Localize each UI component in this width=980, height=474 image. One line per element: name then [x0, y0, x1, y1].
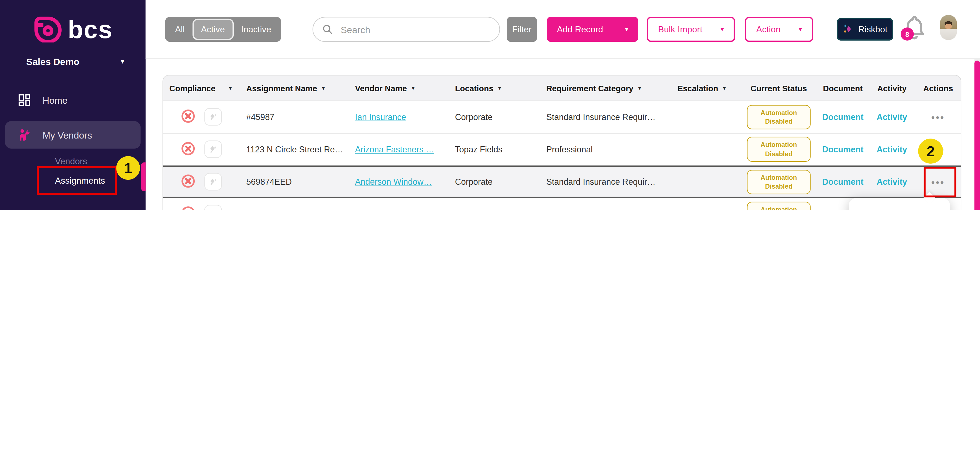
table-header-row: Compliance▼Assignment Name▼Vendor Name▼L…: [163, 75, 961, 101]
requirement-category: Standard Insurance Requir…: [546, 209, 655, 210]
sort-arrow-icon[interactable]: ▼: [722, 85, 727, 91]
notifications-button[interactable]: 8: [903, 14, 928, 44]
chevron-down-icon: ▼: [119, 58, 126, 65]
activity-link[interactable]: Activity: [877, 112, 907, 122]
activity-link[interactable]: Activity: [877, 177, 907, 187]
riskbot-label: Riskbot: [858, 24, 887, 34]
column-header-label: Vendor Name: [355, 83, 407, 93]
app-window: bcs Sales Demo ▼ Home My Vendors: [0, 0, 980, 210]
column-header-document[interactable]: Document: [816, 83, 869, 93]
annotation-box-row-actions: [924, 167, 956, 197]
sidebar-item-label: My Vendors: [43, 130, 92, 140]
pin-button[interactable]: [204, 205, 222, 210]
assignment-name-cell: additional requirement: [238, 209, 351, 210]
vendor-link[interactable]: Arizona Fasteners …: [355, 145, 434, 154]
column-header-label: Assignment Name: [246, 83, 317, 93]
bulk-import-button[interactable]: Bulk Import ▼: [647, 17, 735, 42]
chevron-down-icon: ▼: [719, 26, 725, 33]
brand-wordmark: bcs: [68, 17, 113, 42]
table-row: additional requirementBills Pest Control…: [163, 198, 961, 210]
activity-cell: Activity: [869, 177, 915, 187]
requirement-category: Standard Insurance Requir…: [546, 112, 655, 122]
column-header-vendor-name[interactable]: Vendor Name▼: [351, 83, 447, 93]
filter-option-inactive[interactable]: Inactive: [234, 17, 278, 42]
sort-arrow-icon[interactable]: ▼: [321, 85, 326, 91]
sparkles-icon: [843, 24, 854, 35]
add-record-button[interactable]: Add Record ▼: [547, 17, 638, 42]
vendor-link[interactable]: Anderson Window…: [355, 177, 432, 187]
sidebar-item-my-vendors[interactable]: My Vendors: [0, 122, 145, 147]
account-switcher[interactable]: Sales Demo ▼: [0, 56, 145, 67]
vertical-scrollbar-thumb[interactable]: [974, 60, 980, 210]
assignment-name-cell: #45987: [238, 112, 351, 122]
column-header-actions[interactable]: Actions: [915, 83, 961, 93]
sidebar-item-my-tenants[interactable]: My Tenants: [0, 205, 145, 210]
status-badge: Automation Disabled: [747, 170, 810, 194]
vendor-link[interactable]: Bills Pest Control: [355, 209, 419, 210]
sort-arrow-icon[interactable]: ▼: [411, 85, 416, 91]
non-compliant-icon[interactable]: [181, 109, 196, 126]
vendor-link[interactable]: Ian Insurance: [355, 112, 406, 122]
assignment-name-cell: 1123 N Circle Street Re…: [238, 145, 351, 154]
column-header-label: Activity: [877, 83, 907, 93]
filter-button[interactable]: Filter: [507, 17, 537, 42]
vendor-name-cell: Bills Pest Control: [351, 209, 447, 210]
status-filter-segmented: All Active Inactive: [165, 17, 281, 42]
column-header-escalation[interactable]: Escalation▼: [673, 83, 741, 93]
requirement-category-cell: Professional: [541, 145, 673, 154]
document-cell: Document: [816, 112, 869, 122]
annotation-step-2: 2: [918, 138, 943, 164]
assignments-table: Compliance▼Assignment Name▼Vendor Name▼L…: [162, 75, 961, 210]
column-header-assignment-name[interactable]: Assignment Name▼: [238, 83, 351, 93]
non-compliant-icon[interactable]: [181, 205, 196, 210]
action-button[interactable]: Action ▼: [745, 17, 813, 42]
document-link[interactable]: Document: [822, 177, 863, 187]
add-record-label: Add Record: [557, 24, 603, 34]
user-avatar[interactable]: [940, 15, 957, 40]
status-badge: Automation Disabled: [747, 137, 810, 162]
current-status-cell: Automation Disabled: [741, 170, 816, 194]
locations-cell: Corporate: [447, 209, 541, 210]
location-name: Corporate: [455, 177, 493, 187]
column-header-activity[interactable]: Activity: [869, 83, 915, 93]
compliance-cell: [163, 205, 238, 210]
column-header-locations[interactable]: Locations▼: [447, 83, 541, 93]
compliance-cell: [163, 140, 238, 158]
actions-cell: •••: [915, 112, 961, 122]
column-header-current-status[interactable]: Current Status: [741, 83, 816, 93]
filter-option-all[interactable]: All: [168, 17, 192, 42]
column-header-label: Escalation: [678, 83, 718, 93]
requirement-category: Standard Insurance Requir…: [546, 177, 655, 187]
column-header-requirement-category[interactable]: Requirement Category▼: [541, 83, 673, 93]
vendor-wrench-icon: [16, 128, 33, 142]
annotation-step-1: 1: [116, 156, 140, 180]
assignment-name: 569874EED: [246, 177, 292, 187]
requirement-category: Professional: [546, 145, 593, 154]
document-link[interactable]: Document: [822, 145, 863, 154]
pin-button[interactable]: [204, 173, 222, 191]
sidebar-item-home[interactable]: Home: [0, 87, 145, 112]
sort-arrow-icon[interactable]: ▼: [228, 85, 233, 91]
vendor-name-cell: Ian Insurance: [351, 112, 447, 122]
vendor-name-cell: Anderson Window…: [351, 177, 447, 187]
sort-arrow-icon[interactable]: ▼: [497, 85, 502, 91]
search-input[interactable]: [339, 24, 499, 35]
column-header-label: Document: [823, 83, 863, 93]
sort-arrow-icon[interactable]: ▼: [637, 85, 642, 91]
location-name: Topaz Fields: [455, 145, 502, 154]
document-link[interactable]: Document: [822, 112, 863, 122]
locations-cell: Corporate: [447, 177, 541, 187]
non-compliant-icon[interactable]: [181, 141, 196, 157]
bulk-import-label: Bulk Import: [658, 24, 702, 34]
column-header-compliance[interactable]: Compliance▼: [163, 83, 238, 93]
filter-option-active[interactable]: Active: [192, 19, 234, 40]
riskbot-button[interactable]: Riskbot: [837, 18, 893, 40]
activity-link[interactable]: Activity: [877, 145, 907, 154]
requirement-category-cell: Standard Insurance Requir…: [541, 177, 673, 187]
compliance-cell: [163, 108, 238, 126]
pin-button[interactable]: [204, 140, 222, 158]
pin-button[interactable]: [204, 108, 222, 126]
row-actions-ellipsis-button[interactable]: •••: [931, 112, 945, 122]
non-compliant-icon[interactable]: [181, 173, 196, 190]
requirement-category-cell: Standard Insurance Requir…: [541, 112, 673, 122]
